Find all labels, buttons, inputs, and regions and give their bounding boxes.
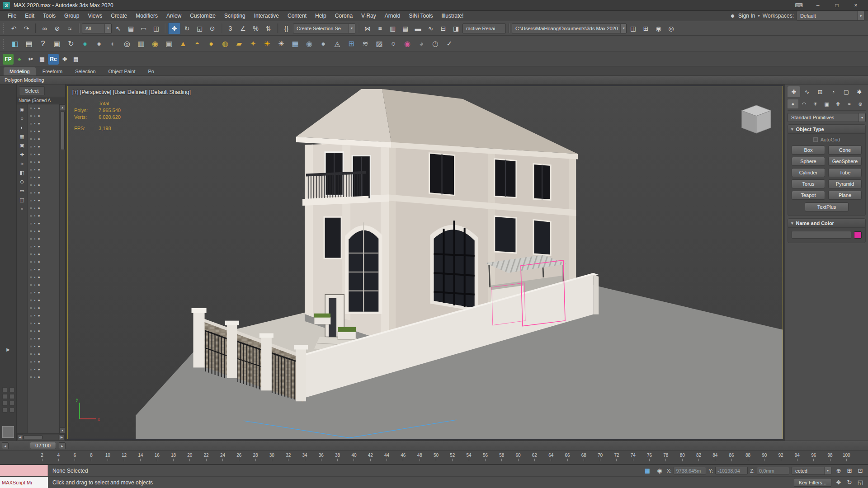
render-globe-icon[interactable]: ◎ [120,38,134,50]
display-helpers-icon[interactable]: ✚ [20,152,24,157]
primitive-button[interactable]: Cone [828,145,862,155]
viewport-3d-scene[interactable]: x y [68,86,783,439]
primitive-button[interactable]: GeoSphere [828,157,862,166]
scene-object-row[interactable]: ○ ▪ ● [28,127,59,135]
primitive-button[interactable]: Box [792,145,825,155]
visibility-icon[interactable]: ○ [30,122,32,126]
select-and-scale-icon[interactable]: ◱ [193,23,206,34]
track-bar[interactable]: 2 4 6 8 10 [0,450,868,465]
mirror-icon[interactable]: ⋈ [361,23,373,34]
object-color-swatch[interactable] [854,231,862,239]
display-containers-icon[interactable]: ◫ [19,197,24,202]
script-list-icon[interactable]: ▤ [22,38,36,50]
viewport-label[interactable]: [+] [Perspective] [User Defined] [Defaul… [72,89,191,95]
name-color-rollout-header[interactable]: ▾ Name and Color [788,219,865,228]
menu-item[interactable]: File [4,11,20,20]
percent-snap-icon[interactable]: % [250,23,262,34]
visibility-icon[interactable]: ○ [30,329,32,333]
menu-item[interactable]: Help [311,11,330,20]
visibility-icon[interactable]: ○ [30,314,32,318]
undo-icon[interactable]: ↶ [8,23,20,34]
minimize-button[interactable]: – [808,0,827,10]
display-cameras-icon[interactable]: ▣ [19,143,24,148]
scrollbar-thumb[interactable] [61,111,65,150]
foliage-icon[interactable]: ♣ [14,54,25,65]
visibility-icon[interactable]: ○ [30,283,32,287]
camera-body-icon[interactable]: ▣ [162,38,176,50]
visibility-icon[interactable]: ○ [30,321,32,325]
tools-icon[interactable]: ✚ [59,54,70,65]
visibility-icon[interactable]: ○ [30,252,32,256]
maximize-button[interactable]: □ [827,0,846,10]
unlink-selection-icon[interactable]: ⊘ [51,23,63,34]
visibility-icon[interactable]: ○ [30,137,32,141]
dock-slot[interactable] [2,408,7,413]
display-groups-icon[interactable]: ◧ [19,170,24,175]
primitive-button[interactable]: Sphere [792,157,825,166]
window-crossing-toggle-icon[interactable]: ◫ [150,23,162,34]
pick-object-icon[interactable]: ⌖ [20,206,23,211]
cloth-icon[interactable]: ▨ [373,38,386,50]
scrollbar-thumb[interactable] [24,435,42,439]
visibility-icon[interactable]: ○ [30,198,32,202]
scene-object-row[interactable]: ○ ▪ ● [28,235,59,243]
menu-item[interactable]: SiNi Tools [405,11,437,20]
time-slider-handle[interactable]: 0 / 100 [30,442,56,449]
tab-populate[interactable]: Po [142,67,160,75]
scene-object-row[interactable]: ○ ▪ ● [28,212,59,220]
spacewarps-category-icon[interactable]: ≈ [844,99,854,108]
frame-buffer-icon[interactable]: ▦ [288,38,302,50]
scene-object-row[interactable]: ○ ▪ ● [28,366,59,373]
checkmark-icon[interactable]: ✓ [443,38,456,50]
menu-item[interactable]: Content [283,11,311,20]
previous-frame-button[interactable]: ◂ [2,442,9,449]
edit-named-selection-sets-icon[interactable]: {} [280,23,292,34]
object-type-rollout-header[interactable]: ▾ Object Type [788,125,865,134]
zoom-all-icon[interactable]: ⊞ [844,466,854,475]
film-strip-icon[interactable]: ▥ [134,38,148,50]
scene-object-row[interactable]: ○ ▪ ● [28,296,59,304]
mesh-light-icon[interactable]: ◍ [218,38,232,50]
z-coordinate-field[interactable]: 0,0mm [757,467,789,474]
scene-object-row[interactable]: ○ ▪ ● [28,227,59,235]
display-tab-icon[interactable]: ▢ [840,86,853,97]
toolbar-handle[interactable] [3,39,5,49]
primitive-button[interactable]: Plane [828,191,862,200]
explorer-select-menu[interactable]: Select [19,86,45,95]
visibility-icon[interactable]: ○ [30,244,32,249]
scene-object-row[interactable]: ○ ▪ ● [28,104,59,112]
toolbar-handle[interactable] [3,23,5,33]
visibility-icon[interactable]: ○ [30,367,32,371]
chevron-down-icon[interactable]: ▾ [857,11,864,20]
explorer-vertical-scrollbar[interactable]: ▲ ▼ [59,104,65,433]
scene-object-row[interactable]: ○ ▪ ● [28,166,59,174]
visibility-icon[interactable]: ○ [30,229,32,233]
scene-object-row[interactable]: ○ ▪ ● [28,373,59,381]
scrollbar-track[interactable] [24,435,58,440]
maximize-viewport-toggle-icon[interactable]: ◱ [855,478,865,487]
visibility-icon[interactable]: ○ [30,306,32,310]
cut-icon[interactable]: ✂ [25,54,36,65]
scene-object-row[interactable]: ○ ▪ ● [28,112,59,120]
visibility-icon[interactable]: ○ [30,152,32,156]
chrome-sphere-icon[interactable]: ◉ [302,38,316,50]
key-filters-button[interactable]: Key Filters... [794,478,831,487]
angle-snap-icon[interactable]: ∠ [237,23,249,34]
dock-slot[interactable] [9,394,14,399]
visibility-icon[interactable]: ○ [30,275,32,279]
lights-category-icon[interactable]: ☀ [810,99,821,108]
visibility-icon[interactable]: ○ [30,183,32,187]
visibility-icon[interactable]: ○ [30,352,32,356]
y-coordinate-field[interactable]: -10198,04 [715,467,748,474]
toggle-ribbon-icon[interactable]: ▬ [412,23,424,34]
color-balls-icon[interactable]: ◉ [401,38,414,50]
visibility-icon[interactable]: ○ [30,375,32,379]
menu-item[interactable]: Create [107,11,131,20]
white-ball-icon[interactable]: ○ [387,38,400,50]
toggle-scene-explorer-icon[interactable]: ▥ [387,23,399,34]
input-language-icon[interactable]: ⌨ [789,0,808,10]
scene-object-row[interactable]: ○ ▪ ● [28,174,59,181]
object-name-input[interactable] [792,231,851,239]
3ds-max-app-icon[interactable]: 3 [3,2,10,9]
visibility-icon[interactable]: ○ [30,114,32,118]
